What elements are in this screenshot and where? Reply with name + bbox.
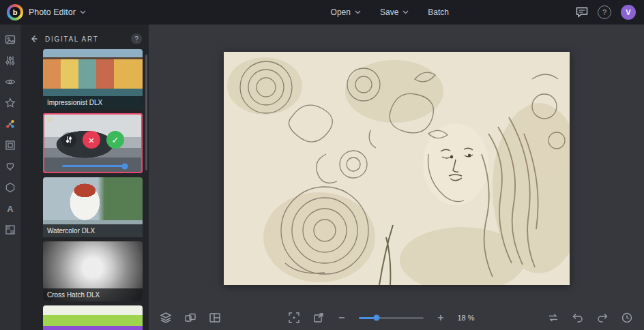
history-clock-icon (621, 312, 633, 324)
app-title: Photo Editor (29, 7, 76, 17)
canvas-image (224, 52, 570, 285)
photo-editor-window: b Photo Editor Open Save Batch (0, 0, 644, 330)
filter-thumb-partial[interactable] (43, 305, 143, 330)
help-button[interactable]: ? (598, 5, 611, 19)
fullscreen-preview-button[interactable] (312, 312, 325, 324)
topbar-right: ? V (576, 5, 636, 20)
panel-help-button[interactable]: ? (131, 33, 142, 44)
filter-amount-slider[interactable] (62, 165, 133, 167)
text-tool-icon: A (7, 204, 13, 214)
filter-apply-button[interactable]: ✓ (106, 131, 124, 149)
arrow-left-icon (29, 34, 39, 44)
zoom-value[interactable]: 18 % (458, 314, 481, 322)
filter-thumb-cross-hatch-dlx[interactable]: Cross Hatch DLX (43, 241, 143, 301)
chevron-down-icon (80, 10, 86, 14)
undo-icon (572, 312, 584, 324)
save-button[interactable]: Save (380, 7, 409, 17)
zoom-slider[interactable] (359, 317, 424, 319)
editor-body: A DIGITAL ART ? (0, 25, 644, 330)
help-glyph: ? (602, 8, 606, 16)
frame-icon (5, 140, 16, 151)
effects-network-icon (5, 119, 16, 130)
filter-overlay-controls: × ✓ (43, 131, 143, 149)
chat-icon (576, 7, 588, 18)
texture-icon (5, 224, 16, 235)
rail-button-graphics[interactable] (4, 160, 16, 172)
save-label: Save (380, 7, 398, 17)
panel-header: DIGITAL ART ? (20, 25, 149, 48)
filter-label: Watercolor DLX (43, 224, 143, 237)
before-after-icon (184, 312, 196, 324)
bottom-bar: 18 % (149, 305, 644, 330)
filter-amount-fill (62, 165, 125, 167)
rail-button-text[interactable]: A (4, 202, 16, 215)
back-button[interactable] (27, 32, 41, 46)
rail-button-overlays[interactable] (4, 181, 16, 194)
bottombar-center: 18 % (288, 312, 481, 324)
redo-icon (596, 312, 609, 324)
favorite-star-icon[interactable]: ☆ (46, 115, 55, 123)
bottombar-left (160, 312, 221, 324)
rail-button-effects-active[interactable] (4, 118, 16, 130)
tool-rail: A (0, 25, 20, 330)
app-title-menu[interactable]: Photo Editor (29, 7, 86, 17)
rail-button-textures[interactable] (4, 224, 16, 236)
compare-button[interactable] (184, 312, 196, 324)
panel-help-glyph: ? (134, 35, 138, 43)
filter-thumb-watercolor-dlx[interactable]: Watercolor DLX (43, 177, 143, 237)
zoom-slider-knob[interactable] (374, 315, 380, 321)
user-avatar[interactable]: V (621, 5, 636, 20)
sliders-icon (5, 55, 16, 66)
filter-cancel-button[interactable]: × (83, 131, 100, 149)
thumbnail-view-button[interactable] (209, 312, 221, 324)
redo-button[interactable] (596, 312, 609, 324)
heart-icon (5, 161, 16, 172)
rail-button-edit[interactable] (4, 33, 16, 46)
apply-check-icon: ✓ (112, 136, 119, 145)
fit-screen-icon (288, 312, 300, 324)
panel-scrollbar[interactable] (145, 55, 147, 170)
layout-grid-icon (209, 312, 221, 324)
layers-button[interactable] (160, 312, 172, 324)
open-label: Open (331, 7, 351, 17)
filter-thumb-impressionist-dlx[interactable]: Impressionist DLX (43, 49, 143, 109)
topbar-actions: Open Save Batch (331, 7, 449, 17)
canvas-area: 18 % (149, 25, 644, 330)
filter-settings-button[interactable] (61, 132, 76, 147)
filter-settings-icon (65, 136, 73, 144)
canvas-stage (149, 25, 644, 305)
chevron-down-icon (355, 10, 361, 14)
filters-panel: DIGITAL ART ? Impressionist DLX ☆ (20, 25, 149, 330)
fit-to-screen-button[interactable] (288, 312, 300, 324)
filter-amount-knob[interactable] (121, 163, 128, 169)
undo-button[interactable] (572, 312, 584, 324)
star-icon (5, 97, 16, 108)
panel-title: DIGITAL ART (45, 35, 127, 43)
filter-label: Cross Hatch DLX (43, 288, 143, 301)
avatar-initial: V (626, 8, 630, 16)
bottombar-right (547, 312, 633, 324)
batch-button[interactable]: Batch (428, 7, 449, 17)
swap-arrows-icon (547, 312, 559, 324)
chevron-down-icon (402, 10, 409, 14)
rail-button-touchup[interactable] (4, 76, 16, 88)
app-logo-letter: b (10, 7, 20, 18)
feedback-button[interactable] (576, 7, 588, 18)
image-icon (5, 34, 16, 45)
filter-list: Impressionist DLX ☆ × (43, 49, 143, 330)
layers-icon (160, 312, 172, 324)
eye-icon (5, 76, 16, 87)
plus-icon (436, 313, 445, 322)
rail-button-favorites[interactable] (4, 97, 16, 109)
zoom-in-button[interactable] (436, 313, 445, 322)
minus-icon (337, 313, 347, 322)
cancel-x-icon: × (89, 135, 95, 145)
history-button[interactable] (621, 312, 633, 324)
rail-button-adjust[interactable] (4, 55, 16, 67)
open-button[interactable]: Open (331, 7, 361, 17)
app-logo[interactable]: b (7, 4, 23, 20)
zoom-out-button[interactable] (337, 313, 347, 322)
reset-shuffle-button[interactable] (547, 312, 559, 324)
filter-thumb-selected[interactable]: ☆ × ✓ (43, 113, 143, 173)
rail-button-frames[interactable] (4, 139, 16, 151)
